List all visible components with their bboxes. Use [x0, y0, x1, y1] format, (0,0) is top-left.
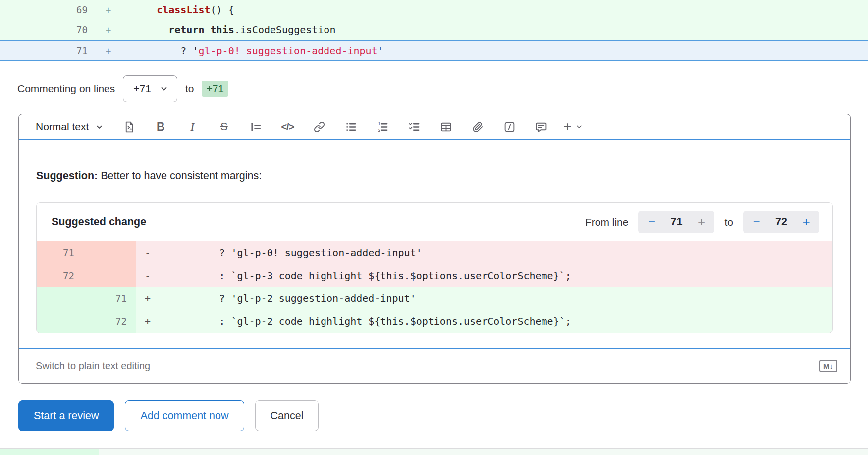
suggestion-added-line: 71 + ? 'gl-p-2 suggestion-added-input'	[37, 287, 832, 310]
commenting-bar: Commenting on lines +71 to +71	[4, 61, 868, 114]
diff-line-sign: -	[136, 241, 158, 264]
diff-line-71-selected: 71 + ? 'gl-p-0! suggestion-added-input'	[0, 40, 868, 61]
code-suggestion-button[interactable]	[113, 116, 145, 138]
attachment-icon	[472, 121, 484, 133]
diff-line-sign: +	[99, 20, 119, 40]
text-style-value: Normal text	[36, 121, 89, 133]
from-line-stepper: − 71 +	[638, 211, 714, 233]
bullet-list-icon	[345, 121, 357, 133]
more-options-button[interactable]: +	[557, 116, 589, 138]
text-style-dropdown[interactable]: Normal text	[36, 121, 103, 133]
suggested-change-card: Suggested change From line − 71 + to −	[36, 202, 833, 333]
to-line-decrement-button[interactable]: −	[745, 211, 768, 233]
italic-icon: I	[190, 120, 194, 134]
diff-line-number[interactable]: 71	[0, 41, 99, 60]
start-review-button[interactable]: Start a review	[18, 400, 114, 431]
cancel-button[interactable]: Cancel	[255, 400, 319, 431]
table-button[interactable]	[430, 116, 462, 138]
suggestion-removed-line: 71 - ? 'gl-p-0! suggestion-added-input'	[37, 241, 832, 264]
diff-line-number[interactable]: 70	[0, 20, 99, 40]
strikethrough-icon: S	[220, 120, 228, 133]
from-line-value: 71	[663, 216, 690, 228]
old-line-number: 71	[37, 241, 86, 264]
quote-button[interactable]	[240, 116, 271, 138]
editor-toolbar: Normal text B I S	[19, 114, 850, 139]
comment-template-icon	[535, 121, 547, 133]
diff-line-code: ? 'gl-p-0! suggestion-added-input'	[119, 41, 868, 60]
suggested-change-title: Suggested change	[52, 216, 146, 228]
from-line-increment-button[interactable]: +	[690, 211, 712, 233]
comment-template-button[interactable]	[525, 116, 557, 138]
link-icon	[313, 121, 326, 133]
suggestion-paragraph: Suggestion: Better to have consistent ma…	[36, 170, 833, 182]
diff-line-code: ? 'gl-p-2 suggestion-added-input'	[158, 287, 832, 310]
bullet-list-button[interactable]	[335, 116, 367, 138]
add-comment-now-button[interactable]: Add comment now	[125, 400, 244, 431]
to-label: to	[185, 83, 194, 95]
strikethrough-button[interactable]: S	[208, 116, 240, 138]
to-line-stepper: − 72 +	[743, 211, 819, 233]
suggested-change-header: Suggested change From line − 71 + to −	[37, 203, 832, 241]
switch-to-plain-text-link[interactable]: Switch to plain text editing	[36, 360, 150, 372]
svg-text:1: 1	[378, 121, 380, 126]
diff-code-partial	[99, 449, 868, 455]
editor-footer: Switch to plain text editing M↓	[19, 349, 850, 383]
diff-line-code: : `gl-p-2 code highlight ${this.$options…	[158, 310, 832, 333]
commenting-label: Commenting on lines	[17, 83, 115, 95]
italic-button[interactable]: I	[176, 116, 208, 138]
quote-icon	[250, 121, 262, 133]
chevron-down-icon	[160, 85, 168, 93]
diff-line-code: classList() {	[119, 0, 868, 20]
chevron-down-icon	[576, 123, 583, 130]
to-line-value: 72	[768, 216, 795, 228]
code-suggestion-icon	[123, 121, 135, 133]
diff-line-code: ? 'gl-p-0! suggestion-added-input'	[158, 241, 832, 264]
table-icon	[440, 121, 452, 133]
diff-line-number[interactable]: 69	[0, 0, 99, 20]
link-button[interactable]	[303, 116, 335, 138]
diff-line-69: 69 + classList() {	[0, 0, 868, 20]
old-line-number	[37, 287, 86, 310]
editor-content-area[interactable]: Suggestion: Better to have consistent ma…	[18, 139, 851, 349]
line-range-dropdown[interactable]: +71	[123, 75, 177, 102]
old-line-number: 72	[37, 264, 86, 287]
numbered-list-icon: 12	[377, 121, 389, 133]
diff-line-sign: +	[136, 310, 158, 333]
diff-line-sign: +	[136, 287, 158, 310]
old-line-number	[37, 310, 86, 333]
end-line-badge: +71	[202, 81, 228, 97]
new-line-number: 72	[86, 310, 136, 333]
bold-icon: B	[157, 120, 165, 134]
diff-line-70: 70 + return this.isCodeSuggestion	[0, 20, 868, 40]
line-range-controls: From line − 71 + to − 72 +	[585, 211, 819, 233]
diff-line-sign: +	[99, 41, 119, 60]
next-diff-row-partial	[0, 448, 868, 455]
suggestion-removed-line: 72 - : `gl-p-3 code highlight ${this.$op…	[37, 264, 832, 287]
chevron-down-icon	[96, 123, 103, 131]
quick-action-button[interactable]	[493, 116, 525, 138]
new-line-number: 71	[86, 287, 136, 310]
suggestion-text: Better to have consistent margins:	[98, 170, 262, 182]
to-line-increment-button[interactable]: +	[795, 211, 817, 233]
plus-icon: +	[563, 120, 571, 134]
bold-button[interactable]: B	[145, 116, 176, 138]
svg-text:2: 2	[378, 128, 380, 133]
code-button[interactable]: </>	[271, 116, 303, 138]
comment-zone: Commenting on lines +71 to +71 Normal te…	[4, 61, 868, 433]
from-line-decrement-button[interactable]: −	[640, 211, 663, 233]
attach-file-button[interactable]	[462, 116, 493, 138]
merge-request-comment-form: 69 + classList() { 70 + return this.isCo…	[0, 0, 868, 455]
numbered-list-button[interactable]: 12	[367, 116, 398, 138]
diff-line-code: : `gl-p-3 code highlight ${this.$options…	[158, 264, 832, 287]
from-line-label: From line	[585, 216, 629, 228]
suggestion-added-line: 72 + : `gl-p-2 code highlight ${this.$op…	[37, 310, 832, 333]
comment-actions: Start a review Add comment now Cancel	[18, 400, 868, 431]
task-list-icon	[408, 121, 421, 133]
new-line-number	[86, 241, 136, 264]
markdown-icon[interactable]: M↓	[819, 360, 837, 372]
task-list-button[interactable]	[398, 116, 430, 138]
line-range-value: +71	[133, 83, 151, 95]
diff-line-sign: -	[136, 264, 158, 287]
code-icon: </>	[281, 121, 294, 133]
new-line-number	[86, 264, 136, 287]
